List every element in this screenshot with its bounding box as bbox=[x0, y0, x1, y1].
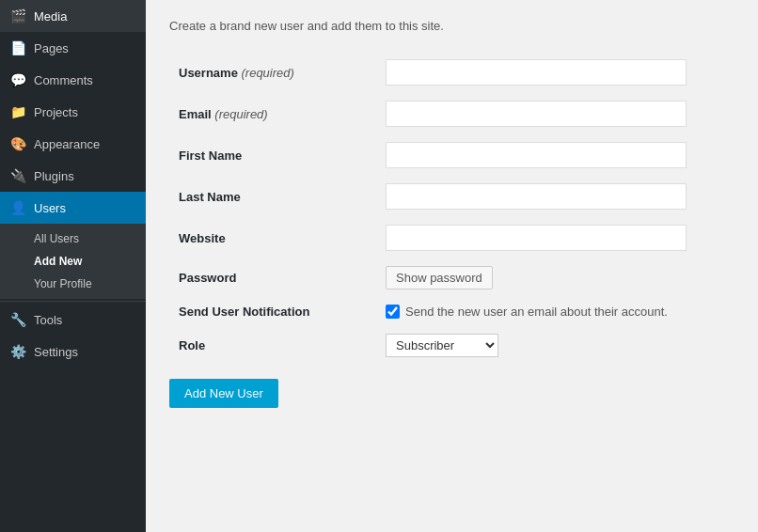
sidebar-item-users[interactable]: 👤 Users bbox=[0, 192, 146, 224]
main-content: Create a brand new user and add them to … bbox=[146, 0, 758, 532]
sidebar-item-label: Comments bbox=[34, 73, 93, 87]
sidebar-item-all-users[interactable]: All Users bbox=[0, 227, 146, 250]
media-icon: 🎬 bbox=[9, 8, 26, 24]
sidebar-item-label: Tools bbox=[34, 313, 62, 327]
sidebar-item-appearance[interactable]: 🎨 Appearance bbox=[0, 128, 146, 160]
pages-icon: 📄 bbox=[9, 39, 26, 56]
username-label: Username (required) bbox=[169, 52, 376, 93]
sidebar-item-label: Pages bbox=[34, 41, 69, 55]
notification-checkbox-row: Send the new user an email about their a… bbox=[386, 305, 725, 319]
sidebar: 🎬 Media 📄 Pages 💬 Comments 📁 Projects 🎨 … bbox=[0, 0, 146, 532]
sidebar-item-label: Users bbox=[34, 201, 66, 215]
users-submenu: All Users Add New Your Profile bbox=[0, 224, 146, 299]
tools-icon: 🔧 bbox=[9, 311, 26, 328]
last-name-label: Last Name bbox=[169, 176, 376, 217]
notification-row: Send User Notification Send the new user… bbox=[169, 297, 734, 326]
role-select[interactable]: Subscriber Contributor Author Editor Adm… bbox=[386, 334, 498, 357]
website-row: Website bbox=[169, 217, 734, 258]
users-icon: 👤 bbox=[9, 199, 26, 216]
send-notification-checkbox[interactable] bbox=[386, 305, 400, 319]
show-password-button[interactable]: Show password bbox=[386, 266, 493, 289]
sidebar-item-pages[interactable]: 📄 Pages bbox=[0, 32, 146, 64]
username-row: Username (required) bbox=[169, 52, 734, 93]
role-label: Role bbox=[169, 326, 376, 365]
appearance-icon: 🎨 bbox=[9, 135, 26, 152]
sidebar-item-tools[interactable]: 🔧 Tools bbox=[0, 304, 146, 336]
sidebar-item-add-new[interactable]: Add New bbox=[0, 250, 146, 273]
plugins-icon: 🔌 bbox=[9, 167, 26, 184]
notification-label: Send User Notification bbox=[169, 297, 376, 326]
comments-icon: 💬 bbox=[9, 71, 26, 88]
first-name-input[interactable] bbox=[386, 142, 687, 168]
email-input[interactable] bbox=[386, 101, 687, 127]
projects-icon: 📁 bbox=[9, 103, 26, 120]
settings-icon: ⚙️ bbox=[9, 343, 26, 360]
sidebar-item-your-profile[interactable]: Your Profile bbox=[0, 273, 146, 295]
sidebar-item-label: Plugins bbox=[34, 169, 74, 183]
email-row: Email (required) bbox=[169, 93, 734, 134]
divider bbox=[0, 301, 146, 302]
sidebar-item-label: Media bbox=[34, 9, 67, 23]
last-name-row: Last Name bbox=[169, 176, 734, 217]
sidebar-item-label: Appearance bbox=[34, 137, 100, 151]
website-label: Website bbox=[169, 217, 376, 258]
last-name-input[interactable] bbox=[386, 183, 687, 210]
role-row: Role Subscriber Contributor Author Edito… bbox=[169, 326, 734, 365]
website-input[interactable] bbox=[386, 225, 687, 251]
first-name-label: First Name bbox=[169, 134, 376, 176]
sidebar-item-label: Settings bbox=[34, 345, 78, 359]
sidebar-item-projects[interactable]: 📁 Projects bbox=[0, 96, 146, 128]
password-row: Password Show password bbox=[169, 258, 734, 297]
sidebar-item-media[interactable]: 🎬 Media bbox=[0, 0, 146, 32]
password-label: Password bbox=[169, 258, 376, 297]
add-new-user-button[interactable]: Add New User bbox=[169, 379, 278, 408]
username-input[interactable] bbox=[386, 59, 687, 86]
first-name-row: First Name bbox=[169, 134, 734, 176]
sidebar-item-plugins[interactable]: 🔌 Plugins bbox=[0, 160, 146, 192]
sidebar-item-settings[interactable]: ⚙️ Settings bbox=[0, 336, 146, 368]
form-table: Username (required) Email (required) Fir… bbox=[169, 52, 734, 365]
sidebar-item-comments[interactable]: 💬 Comments bbox=[0, 64, 146, 96]
page-description: Create a brand new user and add them to … bbox=[169, 19, 734, 33]
email-label: Email (required) bbox=[169, 93, 376, 134]
sidebar-item-label: Projects bbox=[34, 105, 78, 119]
notification-checkbox-label: Send the new user an email about their a… bbox=[405, 305, 668, 319]
